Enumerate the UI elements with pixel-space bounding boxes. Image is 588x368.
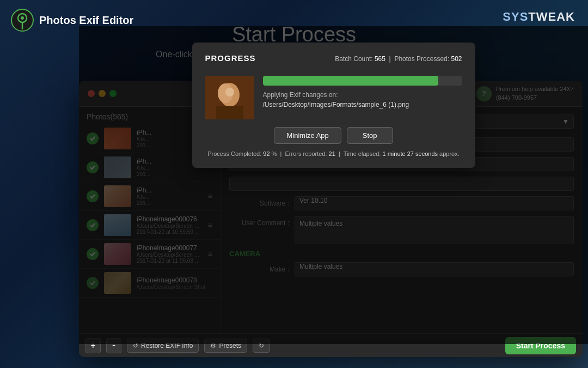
progress-right: Applying Exif changes on: /Users/Desktop…	[263, 76, 462, 119]
progress-bar-container	[263, 76, 462, 86]
applying-text: Applying Exif changes on:	[263, 91, 462, 99]
progress-status: Process Completed: 92 % | Errors reporte…	[205, 150, 462, 157]
progress-thumbnail	[205, 76, 254, 119]
progress-dialog: PROGRESS Batch Count: 565 | Photos Proce…	[192, 43, 475, 168]
progress-content: Applying Exif changes on: /Users/Desktop…	[205, 76, 462, 119]
logo-icon	[11, 9, 34, 32]
progress-counts: Batch Count: 565 | Photos Processed: 502	[335, 55, 462, 63]
minimize-app-button[interactable]: Minimize App	[274, 127, 341, 144]
progress-overlay: PROGRESS Batch Count: 565 | Photos Proce…	[79, 26, 588, 344]
svg-point-3	[21, 16, 24, 20]
progress-file-path: /Users/Desktop/Images/Formats/sample_6 (…	[263, 101, 462, 108]
svg-point-12	[225, 88, 234, 96]
stop-button[interactable]: Stop	[347, 127, 393, 144]
progress-buttons: Minimize App Stop	[205, 127, 462, 144]
brand-tweak: TWEAK	[528, 10, 575, 23]
svg-rect-11	[216, 106, 243, 119]
brand-logo: SYSTWEAK	[503, 10, 575, 24]
progress-bar-fill	[263, 76, 438, 86]
progress-title: PROGRESS	[205, 53, 256, 63]
logo-text: Photos Exif Editor	[39, 14, 133, 27]
brand-sys: SYS	[503, 10, 528, 23]
